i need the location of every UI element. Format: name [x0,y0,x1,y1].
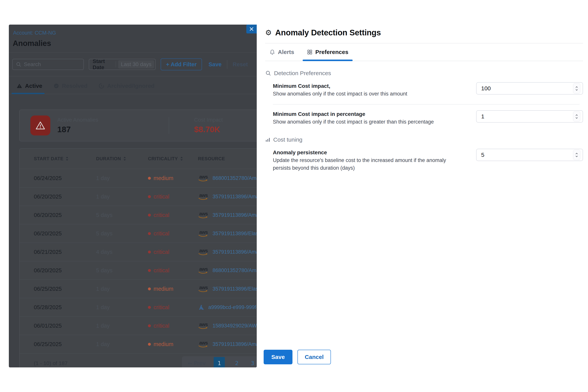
sort-icon[interactable] [65,156,69,161]
tab-active[interactable]: Active [16,83,42,94]
resource-link[interactable]: a9999bcd-e999-999f-g [208,304,257,310]
criticality-badge: critical [148,194,198,200]
resource-cell: aws 357919113896/Elastic Lo [198,230,257,237]
table-row[interactable]: 05/28/2025 1 day critical a9999bcd-e999-… [20,298,257,316]
start-date-filter[interactable]: Start Date Last 30 days [89,59,156,70]
table-row[interactable]: 06/25/2025 1 day medium aws 357919113896… [20,280,257,298]
stepper-down-icon[interactable] [575,89,578,91]
criticality-badge: critical [148,323,198,329]
criticality-dot [148,214,151,216]
stepper-up-icon[interactable] [575,86,578,88]
table-row[interactable]: 06/20/2025 5 days critical aws 868001352… [20,261,257,280]
warning-triangle-icon [35,120,45,130]
filter-reset-button[interactable]: Reset [233,61,248,68]
pagination-page-2[interactable]: 2 [233,360,240,366]
sort-icon[interactable] [123,156,126,161]
tab-label: Alerts [278,49,294,55]
criticality-dot [148,324,151,327]
tab-alerts[interactable]: Alerts [270,49,294,61]
drawer-footer: Save Cancel [264,350,331,364]
table-header-row: START DATE DURATION CRITICALITY [20,149,257,169]
table-row[interactable]: 06/25/2025 1 day medium aws 357919113896… [20,335,257,353]
close-button[interactable] [246,24,257,34]
criticality-dot [148,232,151,235]
pagination-range-text: (1 - 10) of 187 [34,360,68,366]
search-input[interactable]: Search [12,59,84,70]
aws-logo-icon: aws [198,174,209,182]
resource-link[interactable]: 357919113896/Amazon W [212,341,257,347]
field-text: Minimum Cost impact, Show anomalies only… [273,82,407,98]
cost-impact-label: Cost Impact [194,117,257,123]
stepper-down-icon[interactable] [575,156,578,158]
resource-link[interactable]: 357919113896/Amazon [212,249,257,255]
resource-link[interactable]: 158934929029/AWS Co [212,323,257,329]
aws-logo-icon: aws [198,322,209,329]
active-anomalies-stat: Active Anomalies 187 [57,117,163,134]
filter-save-button[interactable]: Save [208,61,222,68]
tab-label: Archived/Ignored [107,83,154,89]
resource-link[interactable]: 357919113896/Elastic Lo [212,286,257,292]
column-header-duration[interactable]: DURATION [96,156,148,162]
stepper-up-icon[interactable] [575,152,578,154]
column-header-criticality[interactable]: CRITICALITY [148,156,198,162]
table-row[interactable]: 06/24/2025 1 day medium aws 868001352780… [20,169,257,187]
add-filter-button[interactable]: + Add Filter [161,58,202,70]
divider [169,117,169,134]
field-label: Minimum Cost impact, [273,82,407,90]
minimum-cost-impact-input-wrap [476,82,583,94]
field-label: Minimum Cost impact in percentage [273,110,434,118]
breadcrumb-account-link[interactable]: Account: CCM-NG [13,30,257,36]
sort-icon[interactable] [180,156,183,161]
number-stepper[interactable] [573,150,580,160]
table-row[interactable]: 06/20/2025 5 days critical aws 357919113… [20,206,257,224]
number-stepper[interactable] [573,111,580,122]
column-header-start-date[interactable]: START DATE [34,156,96,162]
criticality-dot [148,195,151,198]
minimum-cost-impact-input[interactable] [476,82,583,94]
number-stepper[interactable] [573,83,580,94]
tab-label: Preferences [315,49,348,55]
resource-link[interactable]: 868001352780/Amazon [212,268,257,274]
anomaly-detection-settings-drawer: ⚙ Anomaly Detection Settings Alerts Pref… [257,0,588,392]
pagination-page-3[interactable]: 3 [249,360,256,366]
section-heading-detection-preferences: Detection Preferences [265,70,583,76]
minimum-cost-impact-percentage-input[interactable] [476,110,583,122]
pagination-page-1[interactable]: 1 [214,357,225,368]
gear-icon: ⚙ [265,29,272,36]
cost-impact-stat: Cost Impact $8.70K [194,117,257,134]
aws-logo-icon: aws [198,248,209,256]
table-row[interactable]: 06/20/2025 1 day critical aws 3579191138… [20,187,257,206]
stepper-up-icon[interactable] [575,114,578,116]
resource-link[interactable]: 868001352780/Amazon [212,175,257,181]
drawer-header: ⚙ Anomaly Detection Settings [265,0,583,37]
divider [273,104,580,104]
criticality-badge: critical [148,230,198,237]
resource-link[interactable]: 357919113896/Amazon [212,194,257,200]
tab-resolved[interactable]: Resolved [54,83,88,94]
table-row[interactable]: 06/20/2025 5 days critical aws 357919113… [20,224,257,242]
divider [574,116,579,117]
resource-link[interactable]: 357919113896/Amazon W [212,212,257,218]
search-placeholder: Search [24,61,41,68]
stepper-down-icon[interactable] [575,117,578,119]
cancel-button[interactable]: Cancel [298,350,331,364]
tab-archived-ignored[interactable]: Archived/Ignored [98,83,154,94]
tab-preferences[interactable]: Preferences [307,49,348,61]
anomaly-persistence-input[interactable] [476,149,583,161]
tab-label: Active [25,83,42,89]
pagination-prev-button[interactable]: ← Prev [188,360,206,366]
start-date-value-chip[interactable]: Last 30 days [118,60,154,68]
field-text: Anomaly persistence Update the resource'… [273,149,465,172]
save-button[interactable]: Save [264,350,292,364]
resource-cell: aws 357919113896/Amazon W [198,211,257,219]
page-title: Anomalies [13,39,257,48]
table-row[interactable]: 06/01/2025 1 day critical aws 1589349290… [20,316,257,335]
azure-logo-icon [198,304,205,311]
resource-link[interactable]: 357919113896/Elastic Lo [212,230,257,236]
column-header-resource: RESOURCE [198,156,257,162]
minimum-cost-impact-percentage-input-wrap [476,110,583,122]
table-row[interactable]: 06/21/2025 4 days critical aws 357919113… [20,242,257,261]
resource-cell: aws 868001352780/Amazon [198,174,257,182]
resource-cell: aws 868001352780/Amazon [198,267,257,274]
drawer-title: Anomaly Detection Settings [275,28,381,37]
